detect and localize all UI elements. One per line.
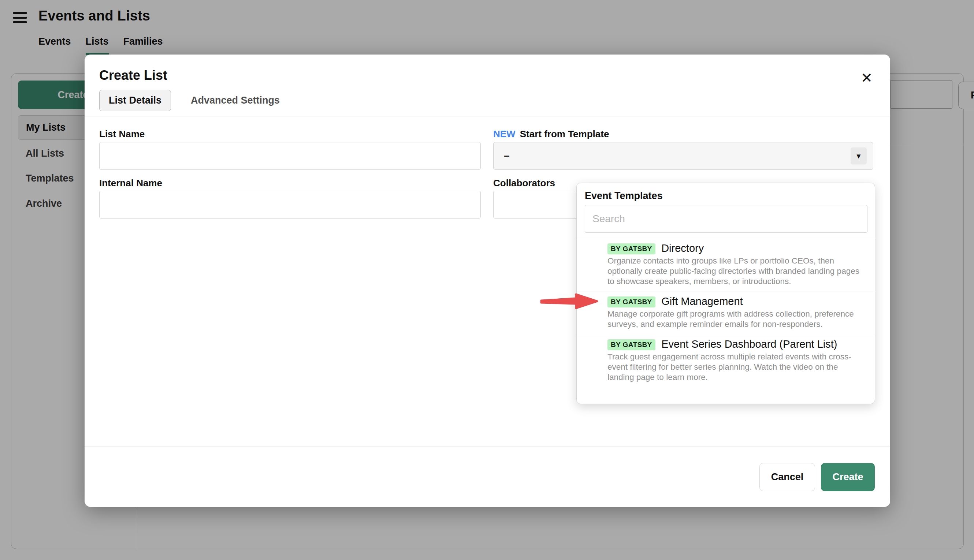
template-item-directory[interactable]: BY GATSBY Directory Organize contacts in… [577, 238, 875, 291]
template-item-description: Organize contacts into groups like LPs o… [607, 256, 865, 287]
template-item-description: Manage corporate gift programs with addr… [607, 309, 865, 329]
chevron-down-icon: ▼ [856, 152, 862, 160]
new-badge: NEW [493, 128, 515, 140]
internal-name-label: Internal Name [99, 178, 162, 189]
create-list-modal: Create List ✕ List Details Advanced Sett… [85, 55, 890, 507]
tabs-divider [85, 116, 890, 117]
template-item-gift-management[interactable]: BY GATSBY Gift Management Manage corpora… [577, 291, 875, 334]
template-search-input[interactable] [585, 205, 867, 233]
template-list: BY GATSBY Directory Organize contacts in… [577, 238, 875, 404]
create-button[interactable]: Create [821, 463, 875, 491]
template-item-title: Event Series Dashboard (Parent List) [661, 338, 837, 350]
by-gatsby-badge: BY GATSBY [607, 339, 655, 350]
template-item-title: Gift Management [661, 295, 742, 307]
cancel-button[interactable]: Cancel [759, 463, 815, 491]
template-item-event-series-dashboard[interactable]: BY GATSBY Event Series Dashboard (Parent… [577, 334, 875, 387]
event-templates-title: Event Templates [585, 190, 663, 202]
modal-tabs: List Details Advanced Settings [99, 90, 280, 111]
list-name-input[interactable] [99, 142, 481, 170]
template-select[interactable]: – ▼ [493, 142, 873, 170]
modal-title: Create List [99, 68, 167, 83]
tab-list-details[interactable]: List Details [99, 90, 171, 111]
by-gatsby-badge: BY GATSBY [607, 243, 655, 254]
footer-divider [85, 447, 890, 447]
event-templates-panel: Event Templates BY GATSBY Directory Orga… [576, 183, 875, 404]
template-select-value: – [504, 150, 510, 162]
list-name-label: List Name [99, 128, 145, 140]
tab-advanced-settings[interactable]: Advanced Settings [191, 90, 280, 111]
close-icon[interactable]: ✕ [858, 69, 876, 87]
template-item-title: Directory [661, 242, 704, 254]
start-from-template-label-text: Start from Template [520, 128, 609, 140]
collaborators-label: Collaborators [493, 178, 555, 189]
select-arrow-button[interactable]: ▼ [851, 148, 867, 165]
template-item-description: Track guest engagement across multiple r… [607, 352, 865, 382]
by-gatsby-badge: BY GATSBY [607, 297, 655, 307]
internal-name-input[interactable] [99, 191, 481, 218]
start-from-template-label: NEWStart from Template [493, 128, 609, 140]
